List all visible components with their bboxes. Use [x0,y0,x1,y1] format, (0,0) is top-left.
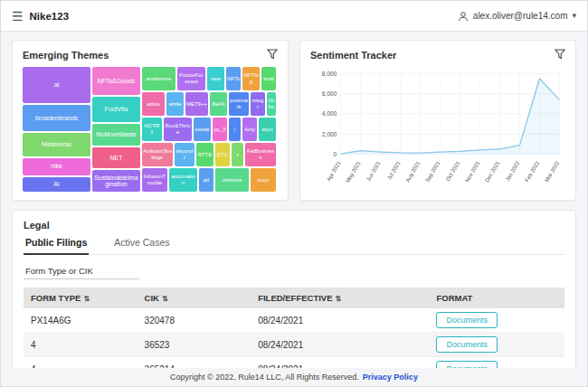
theme-tile[interactable]: NET [92,147,140,169]
svg-text:Jul 2021: Jul 2021 [386,160,402,181]
theme-tile[interactable]: Run&Thrive [164,118,192,141]
theme-tile[interactable]: adios [142,92,165,116]
user-email: alex.oliver@rule14.com [473,11,568,21]
column-header: FORMAT [429,288,564,308]
theme-tile[interactable]: FatBusiness [245,143,276,166]
sentiment-tracker-title: Sentiment Tracker [310,50,396,61]
sort-icon[interactable]: ⇅ [162,295,168,303]
theme-tile[interactable]: SustainableImagination [92,170,140,192]
theme-tile[interactable]: FootVita [92,97,140,122]
cik-cell: 36523 [138,333,251,357]
theme-tile[interactable]: automation [169,168,197,192]
tab-public-filings[interactable]: Public Filings [24,237,89,255]
form-type-cik-input[interactable] [24,263,139,279]
theme-tile[interactable]: FutureForecast [177,67,205,90]
filter-icon[interactable] [555,49,565,61]
theme-tile[interactable]: RTTE [196,143,213,166]
page-footer: Copyright © 2022, Rule14 LLC, All Rights… [1,368,587,386]
theme-tile[interactable]: AmbianObeliege [142,143,173,166]
theme-tile[interactable]: integr [251,92,265,116]
format-cell: Documents [429,308,564,333]
theme-tile[interactable]: postmark [229,92,249,116]
theme-tile[interactable]: new [207,67,224,90]
theme-tile[interactable]: nike [23,158,90,175]
sentiment-chart: 8,0006,0004,0002,0000Apr 2021May 2021Jun… [310,67,565,192]
column-header[interactable]: FORM TYPE⇅ [24,288,138,308]
filed-cell: 08/24/2021 [251,333,429,357]
svg-text:Sep 2021: Sep 2021 [424,160,441,184]
menu-icon[interactable]: ☰ [12,10,24,23]
table-row: PX14A6G32047808/24/2021Documents [24,308,564,333]
legal-panel: Legal Public FilingsActive Cases FORM TY… [12,210,576,387]
svg-text:Oct 2021: Oct 2021 [445,160,461,182]
svg-text:Feb 2022: Feb 2022 [524,160,540,183]
svg-text:Jan 2022: Jan 2022 [505,160,521,183]
theme-tile[interactable]: i [229,118,241,141]
copyright-text: Copyright © 2022, Rule14 LLC, All Rights… [170,373,359,382]
privacy-policy-link[interactable]: Privacy Policy [363,373,418,382]
treemap-col-c: ambiverseFutureForecastnewNFTsNFTbigbold… [142,67,278,192]
theme-tile[interactable]: vehicles [215,168,249,192]
svg-text:8,000: 8,000 [322,71,337,77]
emerging-themes-title: Emerging Themes [23,50,109,61]
svg-text:May 2021: May 2021 [345,160,362,184]
svg-text:Nov 2021: Nov 2021 [464,160,481,184]
user-menu[interactable]: alex.oliver@rule14.com ▾ [458,11,576,22]
theme-tile[interactable]: InfusionTrouble [142,168,167,192]
svg-text:Apr 2021: Apr 2021 [326,160,342,182]
column-header[interactable]: CIK⇅ [138,288,251,308]
theme-tile[interactable]: skycroft [175,143,194,166]
cik-cell: 320478 [138,308,251,333]
theme-tile[interactable]: Amy [242,118,257,141]
theme-tile[interactable]: NFTs [226,67,241,90]
theme-tile[interactable]: DTC [215,143,230,166]
svg-text:0: 0 [333,151,337,157]
user-icon [458,11,469,22]
theme-tile[interactable]: ai [23,67,90,103]
chevron-down-icon: ▾ [572,11,576,20]
theme-tile[interactable]: py_3 [213,118,227,141]
svg-text:4,000: 4,000 [322,110,337,117]
theme-tile[interactable]: NFTbig [242,67,260,90]
theme-tile[interactable]: ambiverse [142,67,175,90]
tab-active-cases[interactable]: Active Cases [112,237,171,254]
svg-text:Mar 2022: Mar 2022 [544,160,560,183]
legal-title: Legal [24,220,564,231]
legal-tabs: Public FilingsActive Cases [24,237,564,255]
theme-tile[interactable]: sweat [194,118,211,141]
form-type-cell: PX14A6G [24,308,138,333]
sentiment-tracker-panel: Sentiment Tracker 8,0006,0004,0002,0000A… [299,40,576,201]
theme-tile[interactable]: bold [261,67,276,90]
documents-button[interactable]: Documents [436,312,498,328]
theme-tile[interactable]: skyn [259,118,276,141]
emerging-themes-panel: Emerging Themes aibroadenbrandsMetaverse… [12,40,289,201]
form-type-cell: 4 [24,333,138,357]
theme-tile[interactable]: coco [251,168,276,192]
theme-tile[interactable]: MET9++ [185,92,208,116]
svg-text:Aug 2021: Aug 2021 [404,160,422,184]
brand-title: Nike123 [30,11,69,22]
theme-tile[interactable]: Metaverse [23,133,90,156]
theme-tile[interactable]: r [232,143,243,166]
sort-icon[interactable]: ⇅ [83,295,90,303]
top-bar: ☰ Nike123 alex.oliver@rule14.com ▾ [1,1,587,32]
table-header-row: FORM TYPE⇅CIK⇅FILED/EFFECTIVE⇅FORMAT [24,288,564,308]
sort-icon[interactable]: ⇅ [336,295,342,303]
treemap-col-b: NFTs&GoodsFootVitaNoMoreWasteNETSustaina… [92,67,140,192]
documents-button[interactable]: Documents [436,336,498,353]
theme-tile[interactable]: NoMoreWaste [92,124,140,146]
filter-icon[interactable] [267,49,278,61]
table-row: 43652308/24/2021Documents [24,333,564,357]
theme-tile[interactable]: white [166,92,184,116]
theme-tile[interactable]: NOTR1 [142,118,162,141]
theme-tile[interactable]: broadenbrands [23,105,90,130]
theme-tile[interactable]: AI [23,177,90,192]
column-header[interactable]: FILED/EFFECTIVE⇅ [251,288,429,308]
theme-tile[interactable]: Orbs [267,92,276,116]
theme-tile[interactable]: NFTs&Goods [92,67,140,95]
svg-text:6,000: 6,000 [322,90,337,97]
svg-text:2,000: 2,000 [322,131,337,137]
theme-tile[interactable]: BeFit [210,92,227,116]
svg-text:Dec 2021: Dec 2021 [484,160,501,184]
theme-tile[interactable]: att [199,168,213,192]
